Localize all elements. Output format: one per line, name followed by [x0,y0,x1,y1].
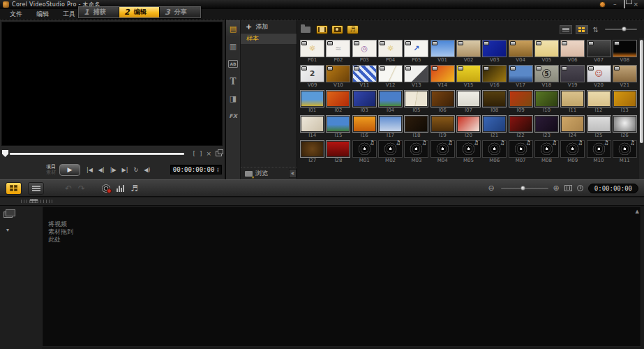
media-item-V16[interactable]: V16 [482,65,507,89]
media-item-M10[interactable]: ♫M10 [586,140,611,164]
repeat-button[interactable]: ↻ [133,167,138,173]
media-item-I21[interactable]: I21 [482,115,507,139]
record-capture-option-icon[interactable] [102,184,110,193]
volume-button[interactable]: ◀) [144,167,150,173]
media-item-I08[interactable]: I08 [482,90,507,114]
step-tab-捕获[interactable]: 1捕获 [79,7,119,17]
split-clip-icon[interactable]: × [206,150,211,157]
media-item-V08[interactable]: V08 [613,40,637,64]
media-item-V20[interactable]: ☺V20 [586,65,611,89]
go-start-button[interactable]: |◀ [87,167,93,173]
preview-timecode[interactable]: 00:00:00:00 ▴ ▾ [170,165,222,174]
media-item-P01[interactable]: ☼P01 [300,40,324,64]
media-item-I13[interactable]: I13 [613,90,637,114]
media-item-I26[interactable]: I26 [613,115,637,139]
media-item-V14[interactable]: V14 [430,65,455,89]
graphic-icon[interactable]: ◨ [226,90,240,107]
media-item-V19[interactable]: V19 [560,65,585,89]
instant-project-icon[interactable]: ▥ [226,38,240,55]
media-item-I02[interactable]: I02 [326,90,350,114]
undo-button[interactable]: ↶ [65,184,72,193]
enlarge-preview-icon[interactable] [216,151,222,156]
sort-icon[interactable]: ⇅ [593,26,599,34]
media-item-V05[interactable]: V05 [534,40,559,64]
sound-mixer-icon[interactable] [117,184,124,192]
show-videos-button[interactable] [316,25,328,34]
mode-clip-toggle[interactable]: 素材 [46,170,56,175]
step-tab-编辑[interactable]: 2编辑 [119,7,160,17]
storyboard-view-button[interactable] [6,182,22,195]
zoom-in-icon[interactable]: ⊕ [553,184,560,193]
media-item-I17[interactable]: I17 [378,115,403,139]
media-item-I16[interactable]: I16 [352,115,377,139]
timecode-down-icon[interactable]: ▾ [216,170,219,172]
menu-item-编辑[interactable]: 编辑 [29,10,56,19]
media-item-V17[interactable]: V17 [508,65,532,89]
prev-frame-button[interactable]: ◀| [98,167,105,173]
media-item-I27[interactable]: I27 [300,140,324,164]
scrubber-handle[interactable] [2,150,8,157]
media-item-V03[interactable]: V03 [482,40,507,64]
media-item-I12[interactable]: I12 [586,90,611,114]
scrubber-track[interactable] [10,153,184,155]
media-item-V11[interactable]: V11 [352,65,377,89]
browse-button[interactable]: 浏览 [241,167,297,179]
close-button[interactable]: × [633,1,638,8]
track-expand-icon[interactable]: ▾ [6,227,9,233]
media-item-I24[interactable]: I24 [560,115,585,139]
media-item-V02[interactable]: V02 [456,40,481,64]
corel-guide-icon[interactable] [599,1,606,8]
media-item-M05[interactable]: ♫M05 [456,140,481,164]
thumbnail-size-slider[interactable] [605,26,637,33]
restore-button[interactable] [624,0,625,8]
gallery-folder-样本[interactable]: 样本 [241,34,297,44]
media-item-M08[interactable]: ♫M08 [534,140,559,164]
title-icon[interactable]: T [226,73,240,90]
folder-icon[interactable] [301,27,310,33]
media-item-I10[interactable]: I10 [534,90,559,114]
media-item-M06[interactable]: ♫M06 [482,140,507,164]
media-item-I22[interactable]: I22 [508,115,532,139]
media-item-M09[interactable]: ♫M09 [560,140,585,164]
media-item-P03[interactable]: ◎P03 [352,40,377,64]
menu-item-文件[interactable]: 文件 [3,10,29,19]
media-item-I11[interactable]: I11 [560,90,585,114]
timeline-view-button[interactable] [28,182,44,195]
media-item-P05[interactable]: ↗P05 [404,40,428,64]
filter-icon[interactable]: FX [226,107,240,125]
go-end-button[interactable]: ▶| [122,167,128,173]
next-frame-button[interactable]: |▶ [110,167,117,173]
media-item-I14[interactable]: I14 [300,115,324,139]
thumbnail-view-button[interactable] [576,25,588,34]
media-item-V15[interactable]: V15 [456,65,481,89]
media-item-P04[interactable]: ☼P04 [378,40,403,64]
media-item-V21[interactable]: V21 [613,65,637,89]
scroll-up-icon[interactable]: ▲ [636,209,639,214]
media-item-I23[interactable]: I23 [534,115,559,139]
media-item-V07[interactable]: V07 [586,40,611,64]
media-item-P02[interactable]: ≈P02 [326,40,350,64]
media-item-I05[interactable]: I05 [404,90,428,114]
transition-icon[interactable]: AB [226,55,240,73]
media-item-I03[interactable]: I03 [352,90,377,114]
media-item-V09[interactable]: 2V09 [300,65,324,89]
play-button[interactable]: ▶ [59,164,80,176]
storyboard-canvas[interactable]: 将视频素材拖到此处 ▲ [42,206,641,347]
media-item-I07[interactable]: I07 [456,90,481,114]
redo-button[interactable]: ↷ [78,184,85,193]
media-item-V18[interactable]: 5V18 [534,65,559,89]
show-audio-button[interactable]: ♬ [347,25,359,34]
media-item-M11[interactable]: ♫M11 [613,140,637,164]
collapse-gallery-button[interactable]: « [289,169,297,178]
media-item-I19[interactable]: I19 [430,115,455,139]
mode-project-toggle[interactable]: 项目 [46,164,56,170]
media-item-I20[interactable]: I20 [456,115,481,139]
media-icon[interactable]: ▤ [226,20,240,38]
media-item-I18[interactable]: I18 [404,115,428,139]
media-item-V04[interactable]: V04 [508,40,532,64]
add-folder-button[interactable]: + 添加 [241,20,297,34]
media-item-I01[interactable]: I01 [300,90,324,114]
zoom-out-icon[interactable]: ⊖ [488,184,494,193]
scrollbar-thumb[interactable] [640,40,643,143]
media-item-V01[interactable]: V01 [430,40,455,64]
